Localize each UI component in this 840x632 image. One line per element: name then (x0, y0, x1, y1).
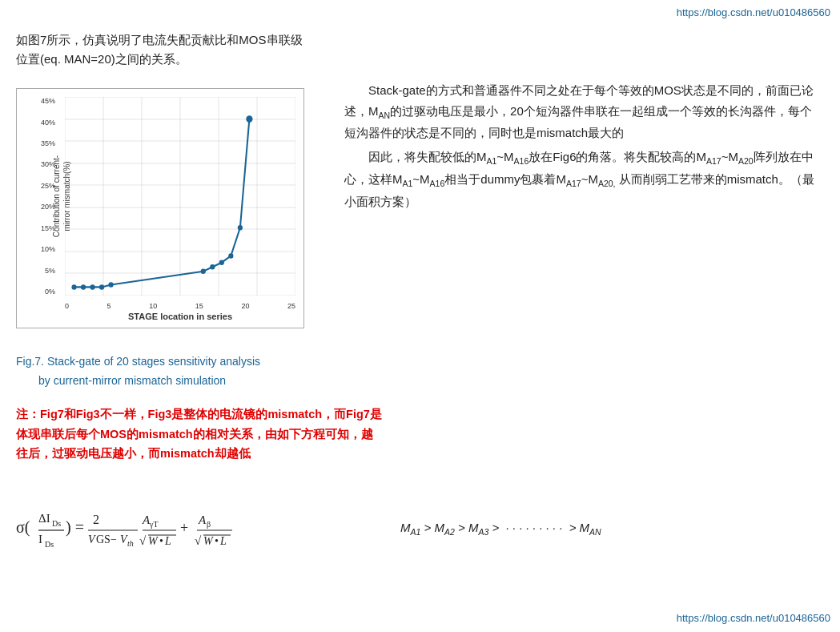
svg-text:−: − (111, 533, 117, 545)
svg-text:√: √ (195, 534, 202, 547)
formula-svg: σ( ΔI Ds I Ds ) = 2 V GS − V th A γT √ W… (16, 489, 352, 569)
svg-text:•: • (215, 535, 219, 547)
note-line2: 体现串联后每个MOS的mismatch的相对关系，由如下方程可知，越 (16, 425, 382, 445)
right-para2: 因此，将失配较低的MA1~MA16放在Fig6的角落。将失配较高的MA17~MA… (344, 147, 817, 211)
svg-text:th: th (127, 539, 134, 548)
svg-text:) =: ) = (66, 518, 84, 537)
svg-text:+: + (180, 520, 188, 536)
svg-text:ΔI: ΔI (38, 512, 50, 525)
svg-point-19 (90, 284, 94, 289)
svg-text:√: √ (139, 534, 147, 547)
note-line1: 注：Fig7和Fig3不一样，Fig3是整体的电流镜的mismatch，而Fig… (16, 405, 382, 425)
svg-point-17 (71, 284, 76, 289)
chart-container: Contribution of current-mirror mismatch(… (16, 88, 304, 328)
intro-line1: 如图7所示，仿真说明了电流失配贡献比和MOS串联级 (16, 30, 303, 50)
svg-text:Ds: Ds (45, 540, 54, 549)
svg-text:I: I (38, 533, 42, 545)
svg-text:L: L (164, 535, 171, 547)
svg-text:Ds: Ds (52, 519, 61, 528)
svg-text:W: W (148, 535, 159, 547)
svg-text:β: β (207, 520, 211, 529)
svg-point-18 (81, 284, 86, 289)
top-url-link[interactable]: https://blog.csdn.net/u010486560 (677, 6, 830, 18)
svg-point-26 (238, 225, 243, 230)
right-para1: Stack-gate的方式和普通器件不同之处在于每个等效的MOS状态是不同的，前… (344, 80, 817, 143)
y-tick-labels: 0% 5% 10% 15% 20% 25% 30% 35% 40% 45% (41, 97, 55, 296)
x-tick-labels: 0 5 10 15 20 25 (65, 302, 295, 310)
svg-text:γT: γT (149, 520, 159, 529)
svg-point-24 (219, 260, 224, 264)
chart-svg (65, 97, 295, 296)
svg-point-27 (246, 115, 252, 123)
intro-line2: 位置(eq. MAN=20)之间的关系。 (16, 50, 303, 69)
svg-point-21 (109, 282, 114, 287)
svg-text:2: 2 (93, 513, 99, 526)
fig-caption-line1: Fig.7. Stack-gate of 20 stages sensitivi… (16, 352, 260, 372)
fig-caption-line2: by current-mirror mismatch simulation (16, 372, 260, 391)
svg-point-23 (210, 264, 215, 269)
chart-inner: Contribution of current-mirror mismatch(… (65, 97, 295, 296)
right-text-block: Stack-gate的方式和普通器件不同之处在于每个等效的MOS状态是不同的，前… (344, 80, 817, 211)
svg-text:A: A (198, 513, 207, 526)
svg-text:•: • (159, 535, 163, 547)
svg-point-25 (228, 253, 233, 258)
svg-text:GS: GS (96, 533, 111, 545)
formula-area: σ( ΔI Ds I Ds ) = 2 V GS − V th A γT √ W… (16, 489, 601, 569)
note-paragraph: 注：Fig7和Fig3不一样，Fig3是整体的电流镜的mismatch，而Fig… (16, 405, 382, 464)
bottom-url: https://blog.csdn.net/u010486560 (677, 612, 830, 624)
svg-text:W: W (203, 535, 214, 547)
note-line3: 往后，过驱动电压越小，而mismatch却越低 (16, 444, 382, 464)
x-axis-label: STAGE location in series (128, 312, 232, 321)
relation-formula: MA1 > MA2 > MA3 > · · · · · · · · · > MA… (400, 521, 601, 537)
svg-text:L: L (219, 535, 227, 547)
svg-text:σ(: σ( (16, 518, 30, 537)
intro-paragraph: 如图7所示，仿真说明了电流失配贡献比和MOS串联级 位置(eq. MAN=20)… (16, 30, 303, 69)
svg-point-22 (201, 268, 206, 273)
fig-caption: Fig.7. Stack-gate of 20 stages sensitivi… (16, 352, 260, 391)
svg-point-20 (99, 284, 104, 289)
svg-text:V: V (88, 533, 96, 545)
